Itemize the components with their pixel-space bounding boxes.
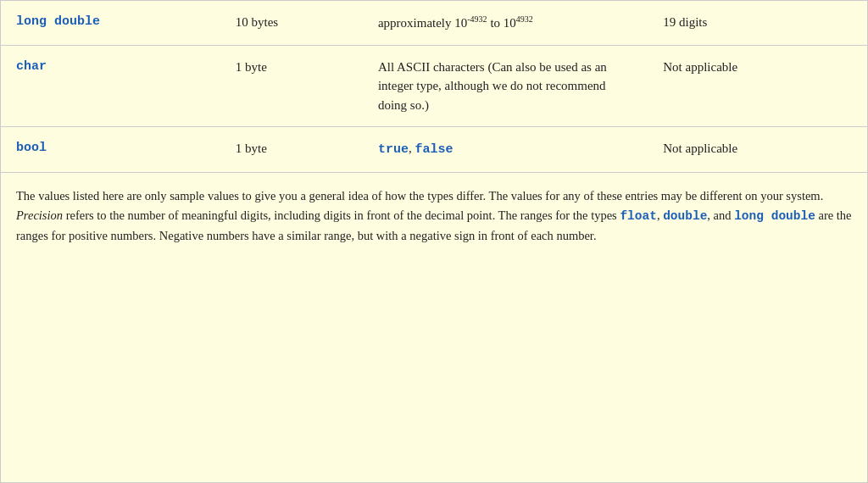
cell-size-char: 1 byte (220, 45, 363, 127)
footer-float-ref: float (620, 209, 657, 223)
cell-type-char: char (1, 45, 220, 127)
precision-value: Not applicable (663, 142, 737, 155)
table-wrapper: long double 10 bytes approximately 10-49… (0, 0, 868, 483)
cell-type-bool: bool (1, 127, 220, 173)
cell-precision-bool: Not applicable (648, 127, 867, 173)
table-row-char: char 1 byte All ASCII characters (Can al… (1, 45, 867, 127)
cell-precision-char: Not applicable (648, 45, 867, 127)
footer-long-double-ref: long double (734, 209, 815, 223)
size-value: 1 byte (236, 142, 267, 155)
footer-text-1: The values listed here are only sample v… (16, 189, 823, 203)
cell-range-char: All ASCII characters (Can also be used a… (363, 45, 648, 127)
table-row-long-double: long double 10 bytes approximately 10-49… (1, 1, 867, 45)
type-label: bool (16, 141, 47, 155)
precision-value: Not applicable (663, 60, 737, 74)
range-value: approximately 10-4932 to 104932 (378, 16, 533, 30)
footer-double-ref: double (663, 209, 707, 223)
bool-false-value: false (415, 142, 453, 157)
type-label: char (16, 59, 47, 74)
type-label: long double (16, 14, 100, 29)
cell-range-bool: true, false (363, 127, 648, 173)
cell-precision-long-double: 19 digits (648, 1, 867, 45)
size-value: 1 byte (236, 60, 267, 74)
cell-type-long-double: long double (1, 1, 220, 45)
cell-range-long-double: approximately 10-4932 to 104932 (363, 1, 648, 45)
range-value: All ASCII characters (Can also be used a… (378, 60, 607, 112)
footer-cell: The values listed here are only sample v… (1, 172, 867, 259)
size-value: 10 bytes (236, 15, 278, 29)
cell-size-long-double: 10 bytes (220, 1, 363, 45)
footer-text-2: refers to the number of meaningful digit… (63, 208, 620, 222)
precision-value: 19 digits (663, 15, 707, 29)
footer-text-4: , and (707, 208, 734, 222)
table-row-bool: bool 1 byte true, false Not applicable (1, 127, 867, 173)
bool-true-value: true (378, 142, 409, 157)
data-table: long double 10 bytes approximately 10-49… (1, 1, 867, 259)
footer-italic-precision: Precision (16, 208, 63, 222)
footer-row: The values listed here are only sample v… (1, 172, 867, 259)
cell-size-bool: 1 byte (220, 127, 363, 173)
